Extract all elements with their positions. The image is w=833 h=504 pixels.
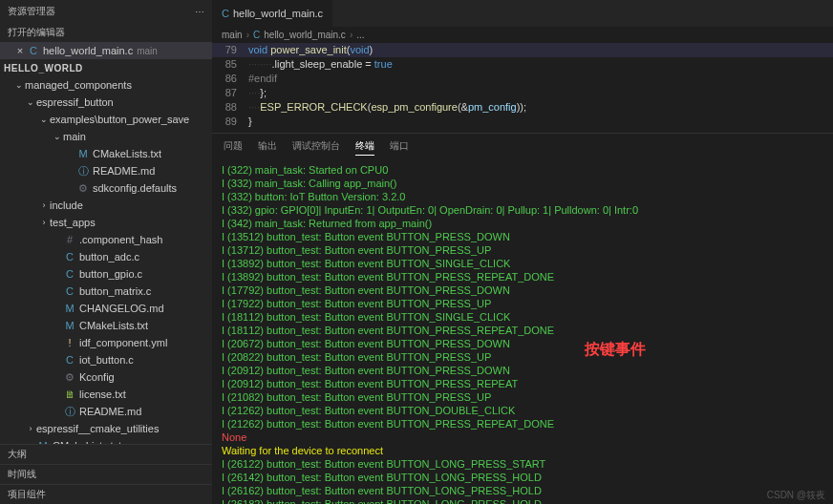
code-content: } [248,115,252,129]
open-editor-item[interactable]: × C hello_world_main.c main [0,42,212,59]
code-content: ····ESP_ERROR_CHECK(esp_pm_configure(&pm… [248,100,526,115]
line-number: 89 [212,115,248,129]
code-line[interactable]: 79void power_save_init(void) [212,43,833,57]
terminal-line: I (13712) button_test: Button event BUTT… [222,243,823,257]
breadcrumb-item[interactable]: main [222,30,243,40]
chevron-right-icon: › [38,218,50,227]
code-line[interactable]: 86#endif [212,72,833,86]
terminal-line: I (20912) button_test: Button event BUTT… [222,377,823,390]
file-item[interactable]: ⓘREADME.md [0,162,212,179]
terminal-line: I (21082) button_test: Button event BUTT… [222,390,823,404]
file-item[interactable]: ⚙sdkconfig.defaults [0,179,212,197]
c-file-icon: C [27,45,40,56]
code-editor[interactable]: 79void power_save_init(void)85········.l… [212,43,833,133]
folder-label: examples\button_power_save [50,114,189,125]
annotation-label: 按键事件 [585,343,646,356]
folder-label: main [63,131,86,142]
file-item[interactable]: MCMakeLists.txt [0,145,212,162]
terminal-line: I (20912) button_test: Button event BUTT… [222,364,823,377]
file-icon: M [63,303,76,314]
folder-item[interactable]: ⌄espressif_button [0,94,212,111]
terminal-line: I (21262) button_test: Button event BUTT… [222,404,823,417]
file-item[interactable]: ⚙Kconfig [0,368,212,386]
close-icon[interactable]: × [13,45,27,56]
terminal-line: I (13512) button_test: Button event BUTT… [222,230,823,243]
explorer-title: 资源管理器 [8,5,55,18]
file-label: license.txt [79,388,126,400]
file-label: README.md [93,165,155,177]
code-content: #endif [248,72,277,86]
folder-label: test_apps [50,217,96,228]
project-components-section[interactable]: 项目组件 [0,484,212,504]
file-item[interactable]: Cbutton_matrix.c [0,283,212,300]
file-item[interactable]: Ciot_button.c [0,351,212,368]
breadcrumb[interactable]: main › C hello_world_main.c › ... [212,27,833,43]
file-item[interactable]: MCHANGELOG.md [0,300,212,317]
folder-item[interactable]: ⌄examples\button_power_save [0,111,212,128]
editor-tab[interactable]: C hello_world_main.c [212,0,333,27]
main-area: C hello_world_main.c main › C hello_worl… [212,0,833,504]
line-number: 79 [212,43,248,57]
code-line[interactable]: 87····}; [212,86,833,100]
folder-item[interactable]: ⌄main [0,128,212,145]
panel-tab[interactable]: 问题 [224,137,243,156]
breadcrumb-item[interactable]: hello_world_main.c [264,30,346,40]
panel-tab[interactable]: 输出 [258,137,277,156]
file-item[interactable]: 🗎license.txt [0,386,212,403]
terminal-line: I (26182) button_test: Button event BUTT… [222,497,823,504]
file-item[interactable]: Cbutton_gpio.c [0,265,212,283]
terminal-line: I (18112) button_test: Button event BUTT… [222,310,823,324]
terminal-line: Waiting for the device to reconnect [222,444,823,457]
file-item[interactable]: MCMakeLists.txt [0,317,212,334]
breadcrumb-item[interactable]: ... [356,30,364,40]
panel-tabs: 问题输出调试控制台终端端口 [212,133,833,159]
panel-tab[interactable]: 调试控制台 [292,137,340,156]
timeline-section[interactable]: 时间线 [0,464,212,484]
file-icon: ! [63,337,76,348]
terminal-line: I (21262) button_test: Button event BUTT… [222,417,823,430]
file-label: iot_button.c [79,354,134,366]
file-item[interactable]: ⓘREADME.md [0,403,212,420]
file-label: CHANGELOG.md [79,303,164,314]
watermark: CSDN @筱夜 [767,489,825,502]
editor-tabs: C hello_world_main.c [212,0,833,27]
file-label: CMakeLists.txt [93,148,161,159]
file-item[interactable]: !idf_component.yml [0,334,212,351]
terminal-panel[interactable]: I (322) main_task: Started on CPU0I (332… [212,159,833,504]
file-label: sdkconfig.defaults [93,182,177,194]
terminal-line: I (322) main_task: Started on CPU0 [222,163,823,177]
chevron-right-icon: › [350,30,352,40]
explorer-sidebar: 资源管理器 ⋯ 打开的编辑器 × C hello_world_main.c ma… [0,0,212,504]
file-label: button_matrix.c [79,285,151,297]
code-line[interactable]: 85········.light_sleep_enable = true [212,57,833,72]
more-icon[interactable]: ⋯ [195,7,204,17]
panel-tab[interactable]: 终端 [355,137,374,156]
file-item[interactable]: MCMakeLists.txt [0,437,212,444]
folder-item[interactable]: ›test_apps [0,214,212,231]
file-item[interactable]: #.component_hash [0,231,212,248]
folder-item[interactable]: ›espressif__cmake_utilities [0,420,212,437]
code-line[interactable]: 89} [212,115,833,129]
c-file-icon: C [253,30,260,40]
c-file-icon: C [222,8,229,19]
terminal-line: I (332) button: IoT Button Version: 3.2.… [222,190,823,203]
chevron-down-icon: ⌄ [38,115,50,124]
chevron-down-icon: ⌄ [13,80,25,90]
panel-tab[interactable]: 端口 [390,137,409,156]
folder-label: espressif_button [36,96,114,108]
file-item[interactable]: Cbutton_adc.c [0,248,212,265]
terminal-line: I (13892) button_test: Button event BUTT… [222,270,823,284]
chevron-down-icon: ⌄ [25,97,36,107]
file-icon: ⚙ [63,371,76,384]
code-content: ········.light_sleep_enable = true [248,57,393,72]
file-label: button_gpio.c [79,268,142,280]
root-folder[interactable]: HELLO_WORLD [0,59,212,76]
file-icon: ⚙ [76,182,90,195]
open-editors-section[interactable]: 打开的编辑器 [0,23,212,42]
folder-label: include [50,200,83,211]
folder-item[interactable]: ⌄managed_components [0,76,212,94]
folder-item[interactable]: ›include [0,197,212,214]
terminal-line: I (26162) button_test: Button event BUTT… [222,484,823,497]
outline-section[interactable]: 大纲 [0,444,212,464]
code-line[interactable]: 88····ESP_ERROR_CHECK(esp_pm_configure(&… [212,100,833,115]
